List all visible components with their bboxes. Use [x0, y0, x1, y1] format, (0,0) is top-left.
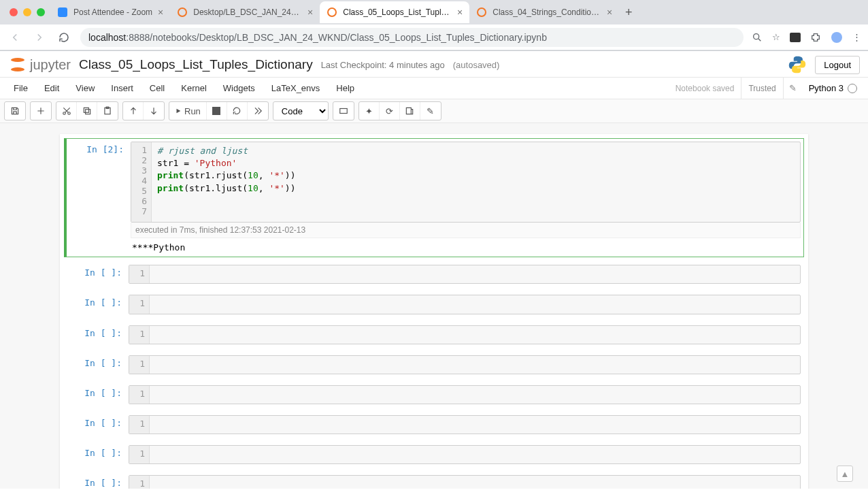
celltype-select[interactable]: Code: [273, 101, 329, 120]
close-tab-icon[interactable]: ×: [607, 7, 612, 18]
tab-title: Class_05_Loops_List_Tuples_D: [343, 7, 452, 17]
zoom-favicon-icon: [57, 7, 68, 18]
menu-icon[interactable]: ⋮: [852, 32, 861, 42]
code-input[interactable]: 1: [129, 415, 801, 434]
code-cell-empty[interactable]: In [ ]: 1: [64, 412, 804, 438]
notebook-scroll-area[interactable]: In [2]: 1234567 # rjust and ljust str1 =…: [0, 123, 868, 489]
code-text[interactable]: [150, 416, 800, 434]
close-tab-icon[interactable]: ×: [307, 7, 313, 18]
code-text[interactable]: [150, 446, 800, 463]
pocket-icon[interactable]: [790, 33, 801, 42]
restart-run-all-button[interactable]: [248, 102, 268, 120]
maximize-window-icon[interactable]: [37, 8, 45, 16]
trusted-label[interactable]: Trusted: [741, 78, 783, 99]
profile-icon[interactable]: [831, 31, 843, 44]
svg-rect-10: [85, 110, 90, 114]
code-cell-empty[interactable]: In [ ]: 1: [64, 472, 804, 489]
extensions-icon[interactable]: [810, 32, 821, 43]
nbext-button-1[interactable]: ✦: [359, 102, 380, 120]
code-text[interactable]: [150, 386, 800, 404]
input-prompt: In [ ]:: [67, 325, 129, 344]
tab-bar: Post Attendee - Zoom × Desktop/LB_DSC_JA…: [0, 0, 868, 24]
menu-view[interactable]: View: [67, 79, 103, 97]
code-cell-empty[interactable]: In [ ]: 1: [64, 322, 804, 348]
code-cell-empty[interactable]: In [ ]: 1: [64, 261, 804, 287]
cut-button[interactable]: [56, 102, 77, 120]
code-text[interactable]: [150, 326, 800, 344]
menu-latex[interactable]: LaTeX_envs: [263, 79, 329, 97]
code-text[interactable]: [150, 295, 800, 313]
browser-tab-class04[interactable]: Class_04_Strings_Conditional ×: [469, 1, 619, 23]
code-cell-2[interactable]: In [2]: 1234567 # rjust and ljust str1 =…: [64, 138, 804, 257]
paste-button[interactable]: [97, 102, 118, 120]
input-prompt: In [ ]:: [67, 445, 129, 464]
input-prompt: In [2]:: [69, 142, 131, 254]
kernel-indicator[interactable]: Python 3: [802, 83, 863, 93]
url-input[interactable]: localhost:8888/notebooks/Desktop/LB_DSC_…: [80, 28, 744, 47]
restart-button[interactable]: [227, 102, 248, 120]
browser-tab-desktop[interactable]: Desktop/LB_DSC_JAN_24_Wk ×: [170, 1, 320, 23]
code-input[interactable]: 1234567 # rjust and ljust str1 = 'Python…: [131, 142, 801, 223]
move-down-button[interactable]: [144, 102, 164, 120]
add-cell-button[interactable]: [31, 102, 51, 120]
menu-kernel[interactable]: Kernel: [173, 79, 215, 97]
python-logo-icon: [788, 55, 807, 74]
bookmark-icon[interactable]: ☆: [772, 32, 780, 42]
close-tab-icon[interactable]: ×: [457, 7, 463, 18]
svg-rect-9: [84, 108, 88, 112]
logout-button[interactable]: Logout: [815, 56, 860, 74]
reload-button[interactable]: [56, 29, 72, 46]
save-button[interactable]: [5, 102, 25, 120]
code-text[interactable]: # rjust and ljust str1 = 'Python' print(…: [152, 142, 800, 222]
menu-cell[interactable]: Cell: [141, 79, 173, 97]
jupyter-logo[interactable]: jupyter: [8, 55, 71, 74]
code-cell-empty[interactable]: In [ ]: 1: [64, 442, 804, 468]
menu-help[interactable]: Help: [328, 79, 363, 97]
tab-title: Class_04_Strings_Conditional: [493, 7, 601, 17]
browser-tab-zoom[interactable]: Post Attendee - Zoom ×: [50, 1, 170, 23]
edit-icon[interactable]: ✎: [784, 83, 802, 93]
scroll-to-top-button[interactable]: ▲: [837, 466, 853, 482]
code-input[interactable]: 1: [129, 385, 801, 404]
code-text[interactable]: [150, 476, 800, 489]
minimize-window-icon[interactable]: [23, 8, 31, 16]
menu-edit[interactable]: Edit: [36, 79, 67, 97]
nbext-button-4[interactable]: ✎: [420, 102, 441, 120]
code-cell-empty[interactable]: In [ ]: 1: [64, 382, 804, 408]
input-prompt: In [ ]:: [67, 475, 129, 489]
new-tab-button[interactable]: +: [619, 3, 638, 22]
code-input[interactable]: 1: [129, 295, 801, 314]
tab-title: Post Attendee - Zoom: [73, 7, 152, 17]
menu-insert[interactable]: Insert: [103, 79, 141, 97]
svg-point-1: [178, 8, 186, 16]
nbext-button-3[interactable]: [400, 102, 420, 120]
back-button[interactable]: [7, 29, 23, 46]
code-input[interactable]: 1: [129, 445, 801, 464]
line-gutter: 1: [129, 446, 150, 463]
code-input[interactable]: 1: [129, 325, 801, 344]
jupyter-header: jupyter Class_05_Loops_List_Tuples_Dicti…: [0, 51, 868, 78]
copy-button[interactable]: [77, 102, 97, 120]
menu-file[interactable]: File: [5, 79, 36, 97]
code-text[interactable]: [150, 356, 800, 374]
code-cell-empty[interactable]: In [ ]: 1: [64, 352, 804, 378]
notebook-title[interactable]: Class_05_Loops_List_Tuples_Dictionary: [79, 57, 313, 72]
code-input[interactable]: 1: [129, 265, 801, 284]
close-window-icon[interactable]: [10, 8, 18, 16]
nbext-button-2[interactable]: ⟳: [380, 102, 400, 120]
forward-button[interactable]: [31, 29, 48, 46]
browser-tab-class05[interactable]: Class_05_Loops_List_Tuples_D ×: [320, 1, 469, 23]
jupyter-logo-text: jupyter: [30, 57, 71, 73]
command-palette-button[interactable]: [333, 102, 354, 120]
code-input[interactable]: 1: [129, 355, 801, 374]
zoom-icon[interactable]: [752, 32, 763, 43]
close-tab-icon[interactable]: ×: [158, 7, 163, 18]
menu-widgets[interactable]: Widgets: [215, 79, 263, 97]
interrupt-button[interactable]: [207, 102, 227, 120]
url-path: :8888/notebooks/Desktop/LB_DSC_JAN_24_WK…: [126, 32, 547, 43]
run-button[interactable]: Run: [169, 102, 207, 120]
code-input[interactable]: 1: [129, 475, 801, 489]
move-up-button[interactable]: [123, 102, 144, 120]
code-text[interactable]: [150, 265, 800, 283]
code-cell-empty[interactable]: In [ ]: 1: [64, 291, 804, 317]
